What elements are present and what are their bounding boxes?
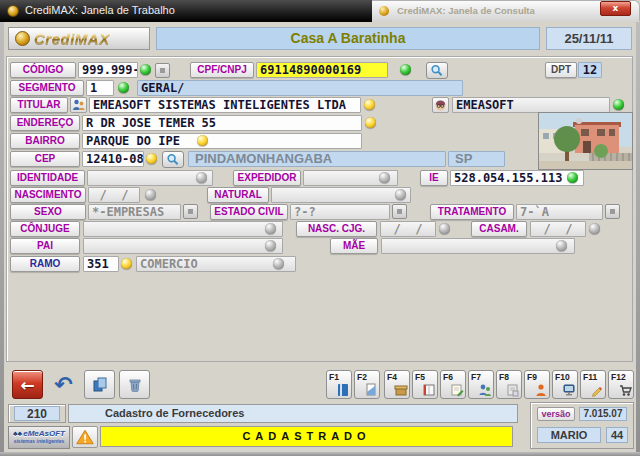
- back-button[interactable]: ←: [12, 370, 43, 399]
- sexo-field[interactable]: *-EMPRESAS: [88, 204, 181, 220]
- cpf-cnpj-field[interactable]: 69114890000169: [256, 62, 388, 78]
- natural-field[interactable]: [271, 187, 411, 203]
- magnifier-icon: [166, 153, 180, 166]
- nascimento-field[interactable]: / /: [88, 187, 140, 203]
- f5-button[interactable]: F5: [412, 370, 438, 399]
- conjuge-field[interactable]: [83, 221, 283, 237]
- background-app-icon: [379, 6, 389, 16]
- logo-text: CrediMAX: [34, 30, 110, 47]
- nasc-cjg-label: NASC. CJG.: [296, 221, 377, 237]
- pages-icon: [92, 377, 108, 393]
- sexo-picker-button[interactable]: [183, 204, 198, 219]
- house-photo-image: [539, 113, 632, 169]
- tratamento-field[interactable]: 7-`A: [516, 204, 603, 220]
- version-label[interactable]: versão: [537, 407, 575, 421]
- cpf-cnpj-label: CPF/CNPJ: [190, 62, 254, 78]
- cpf-status-ball: [400, 64, 411, 75]
- apelido-field[interactable]: EMEASOFT: [452, 97, 610, 113]
- cidade-field: PINDAMONHANGABA: [188, 151, 446, 167]
- f12-button[interactable]: F12: [608, 370, 634, 399]
- bairro-field[interactable]: PARQUE DO IPE: [82, 133, 362, 149]
- vendor-logo-name: eMeAsOFT: [9, 429, 69, 438]
- undo-button[interactable]: ↶: [48, 370, 79, 399]
- back-arrow-icon: ←: [20, 375, 34, 395]
- identidade-field[interactable]: [87, 170, 213, 186]
- background-window-titlebar: CrediMAX: Janela de Consulta: [366, 0, 640, 21]
- ramo-field[interactable]: 351: [83, 256, 119, 272]
- segmento-field[interactable]: 1: [86, 80, 114, 96]
- pai-field[interactable]: [83, 238, 283, 254]
- f7-button[interactable]: F7: [468, 370, 494, 399]
- f9-label: F9: [527, 372, 537, 382]
- close-button[interactable]: x: [600, 1, 631, 16]
- notepad-pencil-icon: [450, 383, 464, 397]
- nasc-cjg-field[interactable]: / /: [380, 221, 436, 237]
- f11-label: F11: [583, 372, 597, 382]
- ie-label: IE: [420, 170, 448, 186]
- segmento-label: SEGMENTO: [10, 80, 84, 96]
- mae-status-ball: [556, 240, 567, 251]
- document-calendar-icon: [506, 383, 520, 397]
- tratamento-picker-button[interactable]: [605, 204, 620, 219]
- casam-field[interactable]: / /: [530, 221, 586, 237]
- endereco-label: ENDEREÇO: [10, 115, 80, 131]
- f12-label: F12: [611, 372, 626, 382]
- conjuge-status-ball: [265, 223, 276, 234]
- titular-field[interactable]: EMEASOFT SISTEMAS INTELIGENTES LTDA: [89, 97, 361, 113]
- avatar-face-icon: [434, 99, 447, 112]
- people-icon: [72, 99, 85, 111]
- tratamento-label: TRATAMENTO: [430, 204, 514, 220]
- app-window: CrediMAX: Janela de Consulta x CrediMAX:…: [0, 0, 640, 456]
- warning-icon: [76, 429, 94, 445]
- warning-indicator: [72, 426, 98, 448]
- expedidor-label: EXPEDIDOR: [233, 170, 301, 186]
- window-edge-left: [0, 22, 4, 456]
- user-name: MARIO: [537, 427, 601, 443]
- pencil-icon: [590, 383, 604, 397]
- titular-people-icon[interactable]: [70, 97, 87, 113]
- f2-button[interactable]: F2: [354, 370, 380, 399]
- endereco-status-ball: [365, 117, 376, 128]
- ramo-label: RAMO: [10, 256, 80, 272]
- ie-field[interactable]: 528.054.155.113: [450, 170, 584, 186]
- cpf-search-button[interactable]: [426, 62, 448, 79]
- f2-label: F2: [357, 372, 367, 382]
- bairro-label: BAIRRO: [10, 133, 80, 149]
- f7-label: F7: [471, 372, 481, 382]
- cep-field[interactable]: 12410-080: [82, 151, 144, 167]
- f9-button[interactable]: F9: [524, 370, 550, 399]
- estado-civil-field[interactable]: ?-?: [290, 204, 390, 220]
- expedidor-status-ball: [379, 172, 390, 183]
- titular-label: TITULAR: [10, 97, 68, 113]
- window-edge-bottom: [0, 452, 640, 456]
- f6-button[interactable]: F6: [440, 370, 466, 399]
- pai-status-ball: [265, 240, 276, 251]
- magnifier-icon: [430, 64, 444, 77]
- titlebar[interactable]: CrediMAX: Janela de Trabalho: [0, 0, 372, 22]
- f8-button[interactable]: F8: [496, 370, 522, 399]
- endereco-field[interactable]: R DR JOSE TEMER 55: [82, 115, 362, 131]
- avatar-icon[interactable]: [432, 97, 449, 113]
- f4-button[interactable]: F4: [384, 370, 410, 399]
- codigo-lookup-button[interactable]: [155, 63, 170, 78]
- cep-search-button[interactable]: [162, 151, 184, 168]
- delete-button[interactable]: [119, 370, 150, 399]
- f8-label: F8: [499, 372, 509, 382]
- page-icon: [364, 383, 378, 397]
- f11-button[interactable]: F11: [580, 370, 606, 399]
- estado-civil-picker-button[interactable]: [392, 204, 407, 219]
- f1-label: F1: [329, 372, 339, 382]
- person-icon: [534, 383, 548, 397]
- cep-status-ball: [146, 153, 157, 164]
- mae-field[interactable]: [381, 238, 575, 254]
- archive-box-icon: [394, 383, 408, 397]
- f10-button[interactable]: F10: [552, 370, 578, 399]
- f1-button[interactable]: F1: [326, 370, 352, 399]
- casam-status-ball: [589, 223, 600, 234]
- segmento-descricao-field: GERAL/: [137, 80, 463, 96]
- copy-button[interactable]: [84, 370, 115, 399]
- help-book-icon: [336, 383, 350, 397]
- conjuge-label: CÔNJUGE: [10, 221, 80, 237]
- codigo-field[interactable]: 999.999-9: [78, 62, 138, 78]
- apelido-status-ball: [613, 99, 624, 110]
